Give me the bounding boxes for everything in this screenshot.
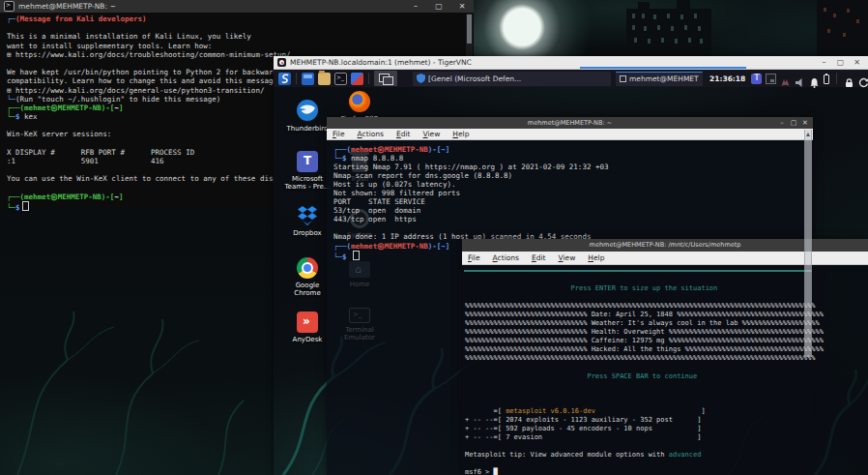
terminal-line: + -- --=[ 592 payloads - 45 encoders - 1… (465, 425, 868, 433)
close-icon[interactable]: ✕ (799, 117, 811, 129)
winkex-icon[interactable] (278, 73, 291, 85)
terminal-line (7, 165, 300, 174)
display-settings-icon[interactable] (302, 73, 314, 85)
terminal-line: We have kept /usr/bin/python pointing to… (7, 68, 300, 76)
refresh-icon[interactable] (858, 74, 868, 84)
file-manager-icon[interactable] (318, 73, 331, 85)
menu-item-edit[interactable]: Edit (396, 130, 411, 138)
terminal-line (7, 184, 300, 193)
terminal-line: ┌──(mehmet㉿MEHMETP-NB)-[~] (7, 193, 300, 201)
terminal-launcher-icon[interactable] (334, 73, 347, 85)
teams-tray-icon[interactable] (751, 74, 762, 84)
terminal-line: Nmap scan report for dns.google (8.8.8.8… (333, 171, 813, 180)
chrome-icon (297, 257, 318, 279)
terminal-line: =[ metasploit v6.0.16-dev ] (465, 407, 868, 416)
battery-icon[interactable] (824, 74, 829, 84)
terminal-line (465, 364, 868, 372)
taskbar-button-label: [Genel (Microsoft Defen... (428, 74, 521, 83)
terminal-line (465, 390, 868, 399)
menu-item-file[interactable]: File (468, 253, 480, 262)
terminal-line (465, 381, 868, 390)
terminal-line (7, 139, 300, 148)
notifications-bell-icon[interactable] (809, 74, 820, 84)
tigervnc-window-title: MEHMETP-NB.localdomain:1 (mehmet) - Tige… (290, 58, 472, 67)
resize-separator-line (464, 270, 812, 272)
terminal-line: ┌──(mehmet㉿MEHMETP-NB)-[~] (333, 145, 813, 154)
terminal-line: Press SPACE BAR to continue (465, 372, 868, 381)
media-player-icon[interactable] (351, 73, 363, 85)
terminal-window-icon (620, 75, 626, 82)
terminal-line (465, 399, 868, 407)
close-icon[interactable]: ✕ (450, 0, 474, 13)
window-stack-button[interactable] (374, 71, 397, 86)
menu-item-view[interactable]: View (559, 253, 576, 262)
terminal-line: └─$ nmap 8.8.8.8 (333, 154, 813, 163)
close-icon[interactable]: ✕ (849, 56, 865, 69)
tray-separator (836, 73, 837, 84)
terminal-line: Starting Nmap 7.91 ( https://nmap.org ) … (333, 163, 813, 171)
minimize-icon[interactable]: – (776, 117, 788, 129)
console-titlebar[interactable]: mehmet@MEHMETP-NB: ~ – ▢ ✕ (0, 0, 474, 13)
dropbox-icon (296, 205, 319, 226)
minimize-icon[interactable]: – (816, 56, 832, 69)
tigervnc-app-icon (277, 58, 286, 67)
terminal-line: Not shown: 998 filtered ports (333, 189, 813, 197)
taskbar-button-defender[interactable]: [Genel (Microsoft Defen... (413, 72, 611, 86)
terminal-line: Host is up (0.027s latency). (333, 180, 813, 189)
menu-item-help[interactable]: Help (588, 253, 604, 262)
terminal-line: 53/tcp open domain (333, 206, 813, 215)
terminal-line (7, 59, 300, 68)
console-window-title: mehmet@MEHMETP-NB: ~ (18, 2, 116, 11)
menu-item-file[interactable]: File (333, 130, 345, 138)
terminal-line: ┌─(Message from Kali developers) (7, 15, 300, 23)
terminal-line: + -- --=[ 2074 exploits - 1123 auxiliary… (465, 416, 868, 425)
menu-item-actions[interactable]: Actions (358, 130, 384, 138)
terminal-line (465, 460, 868, 468)
terminal-line (465, 442, 868, 451)
nmap-terminal-title: mehmet@MEHMETP-NB: ~ (327, 117, 813, 129)
terminal-line: want to install supplementary tools. Lea… (7, 42, 300, 50)
terminal-line: ⊞ https://www.kali.org/docs/general-use/… (7, 86, 300, 95)
focus-accent-line (580, 67, 746, 69)
terminal-line: X DISPLAY # RFB PORT # PROCESS ID (7, 148, 300, 157)
screen-share-icon[interactable] (766, 74, 776, 84)
terminal-line: + -- --=[ 7 evasion ] (465, 433, 868, 442)
terminal-line (333, 223, 813, 232)
terminal-line: Metasploit tip: View advanced module opt… (465, 451, 868, 460)
firefox-icon (349, 91, 370, 112)
menu-item-edit[interactable]: Edit (532, 253, 546, 262)
lock-icon[interactable] (844, 74, 854, 84)
terminal-line: :1 5901 416 (7, 157, 300, 165)
system-tray (751, 73, 868, 84)
nmap-terminal-menubar[interactable]: FileActionsEditViewHelp (327, 129, 813, 140)
taskbar-button-terminal[interactable]: mehmet@MEHMETP-N... (616, 72, 703, 86)
taskbar-button-label: mehmet@MEHMETP-N... (629, 74, 699, 83)
volume-icon[interactable] (795, 74, 805, 84)
terminal-line: └─$ (7, 201, 300, 210)
terminal-line: ⊞ https://www.kali.org/docs/troubleshoot… (7, 50, 300, 59)
minimize-icon[interactable]: – (404, 0, 427, 13)
console-scrollbar-thumb[interactable] (467, 15, 472, 44)
remote-desktop: [Genel (Microsoft Defen... mehmet@MEHMET… (274, 70, 868, 475)
terminal-line: ┌──(mehmet㉿MEHMETP-NB)-[~] (7, 104, 300, 112)
maximize-icon[interactable]: ▢ (832, 56, 849, 69)
defender-shield-icon (417, 74, 425, 83)
maximize-icon[interactable]: ▢ (788, 117, 799, 129)
panel-separator (296, 73, 297, 84)
maximize-icon[interactable]: ▢ (427, 0, 450, 13)
terminal-line: You can use the Win-KeX client to connec… (7, 174, 300, 183)
console-output[interactable]: ┌─(Message from Kali developers)This is … (7, 15, 300, 210)
teams-icon (297, 151, 318, 172)
panel-clock[interactable]: 21:36:18 (709, 74, 745, 83)
kali-dragon-icon[interactable] (780, 74, 791, 84)
terminal-line: └─(Run "touch ~/.hushlogin" to hide this… (7, 95, 300, 104)
menu-item-actions[interactable]: Actions (493, 253, 519, 262)
tigervnc-titlebar[interactable]: MEHMETP-NB.localdomain:1 (mehmet) - Tige… (274, 56, 868, 70)
nmap-terminal-titlebar[interactable]: mehmet@MEHMETP-NB: ~ – ▢ ✕ (327, 117, 813, 129)
anydesk-icon (297, 312, 318, 333)
menu-item-help[interactable]: Help (452, 130, 469, 138)
terminal-line: This is a minimal installation of Kali L… (7, 32, 300, 41)
terminal-scrollbar[interactable] (804, 130, 812, 357)
terminal-line: compatibility. Learn how to change this … (7, 76, 300, 85)
menu-item-view[interactable]: View (423, 130, 441, 138)
